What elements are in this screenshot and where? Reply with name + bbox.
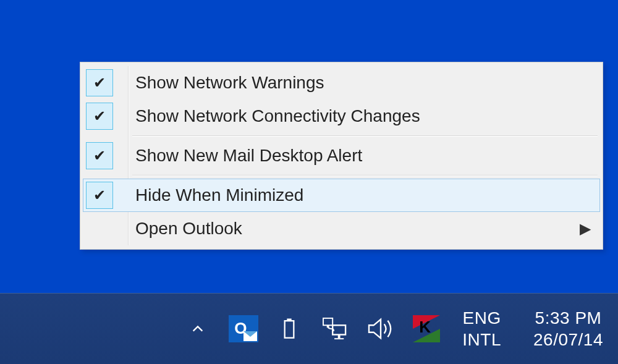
menu-separator [132, 135, 598, 137]
svg-rect-2 [333, 325, 346, 334]
menu-item-hide-when-minimized[interactable]: ✔ Hide When Minimized [83, 179, 600, 212]
system-tray: O [183, 293, 606, 364]
show-hidden-icons-button[interactable] [183, 314, 213, 344]
kaspersky-tray-icon[interactable]: K [412, 314, 441, 344]
volume-icon [366, 317, 395, 341]
check-icon: ✔ [86, 69, 113, 96]
tray-icons: O [183, 314, 441, 344]
svg-rect-4 [334, 338, 344, 339]
menu-label: Open Outlook [135, 219, 580, 239]
clock-date: 26/07/14 [533, 329, 603, 350]
outlook-tray-icon[interactable]: O [229, 314, 258, 344]
battery-tray-icon[interactable] [274, 314, 304, 344]
svg-rect-5 [323, 318, 332, 324]
network-tray-icon[interactable] [320, 314, 350, 344]
menu-separator [132, 175, 598, 176]
menu-item-show-new-mail-desktop-alert[interactable]: ✔ Show New Mail Desktop Alert [83, 139, 600, 172]
check-icon: ✔ [86, 182, 113, 209]
volume-tray-icon[interactable] [366, 314, 396, 344]
tray-text-area: ENG INTL 5:33 PM 26/07/14 [462, 307, 606, 350]
menu-label: Show New Mail Desktop Alert [135, 146, 599, 166]
network-icon [321, 317, 349, 341]
clock-time: 5:33 PM [535, 307, 602, 329]
battery-icon [282, 317, 296, 341]
menu-item-show-network-connectivity-changes[interactable]: ✔ Show Network Connectivity Changes [83, 99, 600, 133]
menu-label: Hide When Minimized [135, 185, 599, 205]
language-indicator[interactable]: ENG INTL [462, 307, 501, 350]
clock[interactable]: 5:33 PM 26/07/14 [533, 307, 603, 350]
taskbar: O [0, 293, 618, 364]
svg-rect-1 [285, 321, 294, 338]
menu-item-show-network-warnings[interactable]: ✔ Show Network Warnings [83, 66, 600, 99]
menu-label: Show Network Warnings [135, 73, 599, 93]
check-icon: ✔ [86, 103, 113, 130]
menu-label: Show Network Connectivity Changes [135, 106, 599, 126]
chevron-up-icon [191, 322, 205, 336]
svg-rect-6 [327, 325, 329, 328]
language-line1: ENG [463, 307, 501, 329]
kaspersky-icon: K [413, 315, 440, 342]
outlook-tray-context-menu: ✔ Show Network Warnings ✔ Show Network C… [80, 62, 603, 250]
check-icon: ✔ [86, 142, 113, 169]
language-line2: INTL [462, 329, 501, 350]
svg-rect-3 [338, 334, 341, 338]
menu-item-open-outlook[interactable]: Open Outlook ▶ [83, 212, 600, 245]
outlook-icon: O [229, 315, 258, 342]
desktop: ✔ Show Network Warnings ✔ Show Network C… [0, 0, 618, 364]
submenu-arrow-icon: ▶ [580, 220, 591, 237]
